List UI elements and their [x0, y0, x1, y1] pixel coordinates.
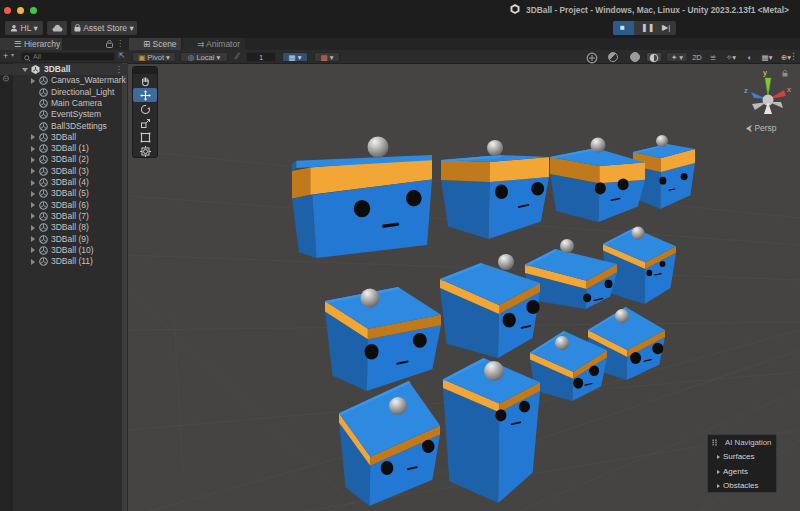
- svg-text:x: x: [787, 85, 791, 94]
- svg-text:y: y: [763, 68, 767, 77]
- svg-text:z: z: [744, 86, 748, 95]
